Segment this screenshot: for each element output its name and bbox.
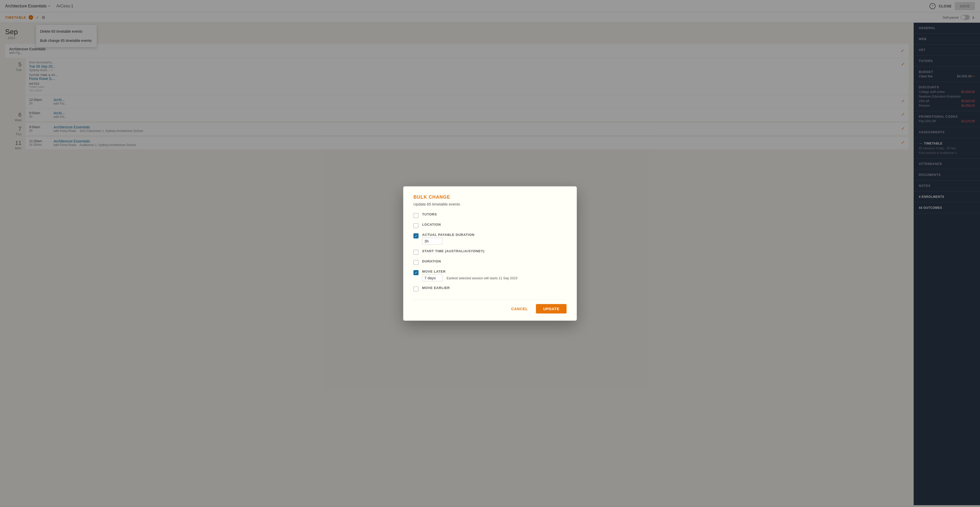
duration-checkbox[interactable] [414,260,418,265]
location-option-content: LOCATION [422,223,441,226]
actual-duration-value [422,238,474,245]
modal-footer: CANCEL UPDATE [414,300,566,314]
modal-option-tutors: TUTORS [414,212,566,218]
move-later-content: MOVE LATER Earliest selected session wil… [422,269,517,281]
tutors-option-content: TUTORS [422,212,437,216]
move-earlier-content: MOVE EARLIER [422,286,450,290]
modal-option-duration: DURATION [414,259,566,265]
tutors-option-label: TUTORS [422,212,437,216]
move-later-label: MOVE LATER [422,269,517,273]
location-option-label: LOCATION [422,223,441,226]
duration-label: DURATION [422,259,441,263]
duration-content: DURATION [422,259,441,263]
modal-subtitle: Update 65 timetable events [414,202,566,206]
tutors-checkbox[interactable] [414,213,418,218]
actual-duration-label: ACTUAL PAYABLE DURATION [422,233,474,237]
modal-option-start-time: START TIME (AUSTRALIA/SYDNEY) [414,249,566,255]
modal-overlay: BULK CHANGE Update 65 timetable events T… [0,0,980,505]
modal-option-move-later: MOVE LATER Earliest selected session wil… [414,269,566,281]
start-time-checkbox[interactable] [414,250,418,255]
move-earlier-label: MOVE EARLIER [422,286,450,290]
move-later-sub: Earliest selected session will starts 11… [422,274,517,281]
location-checkbox[interactable] [414,223,418,228]
start-time-label: START TIME (AUSTRALIA/SYDNEY) [422,249,485,253]
actual-duration-content: ACTUAL PAYABLE DURATION [422,233,474,245]
move-earlier-checkbox[interactable] [414,287,418,292]
actual-duration-checkbox[interactable] [414,233,418,238]
move-later-checkbox[interactable] [414,270,418,275]
move-later-input[interactable] [422,274,442,281]
update-button[interactable]: UPDATE [536,304,566,314]
actual-duration-input[interactable] [422,238,442,245]
bulk-change-modal: BULK CHANGE Update 65 timetable events T… [403,187,577,320]
modal-option-location: LOCATION [414,223,566,228]
modal-title: BULK CHANGE [414,195,566,200]
cancel-button[interactable]: CANCEL [507,304,532,314]
modal-option-move-earlier: MOVE EARLIER [414,286,566,292]
start-time-content: START TIME (AUSTRALIA/SYDNEY) [422,249,485,253]
move-later-info: Earliest selected session will starts 11… [447,276,517,280]
modal-option-actual-duration: ACTUAL PAYABLE DURATION [414,233,566,245]
